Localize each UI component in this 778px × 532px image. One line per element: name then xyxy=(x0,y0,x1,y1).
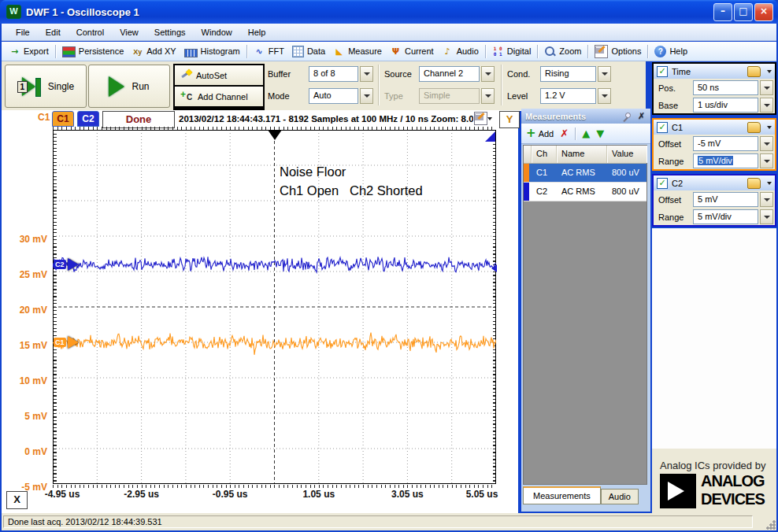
cond-select[interactable]: Rising xyxy=(540,66,611,82)
dropdown-arrow-icon[interactable] xyxy=(760,98,773,113)
status-text: Done last acq. 2013/02/12 18:44:39.531 xyxy=(3,515,753,528)
time-enable-checkbox[interactable]: ✓ xyxy=(657,66,668,77)
buffer-select[interactable]: 8 of 8 xyxy=(309,66,373,82)
menu-window[interactable]: Window xyxy=(194,24,240,41)
toolbar-data[interactable]: Data xyxy=(288,43,329,60)
c1-enable-checkbox[interactable]: ✓ xyxy=(657,122,668,133)
c2-range-select[interactable]: 5 mV/div xyxy=(693,209,773,224)
column-name[interactable]: Name xyxy=(557,146,607,163)
run-button[interactable]: Run xyxy=(88,65,170,108)
analog-devices-name: ANALOG DEVICES xyxy=(701,472,765,508)
title-bar: W DWF 1 - Oscilloscope 1 – □ × xyxy=(0,0,778,24)
chevron-down-icon[interactable] xyxy=(767,126,772,129)
channel-offset-marker-c1[interactable] xyxy=(68,336,79,349)
toolbar-add-xy[interactable]: Add XY xyxy=(128,43,180,60)
row-value: 800 uV xyxy=(607,164,646,182)
channel-marker-label-c2: C2 xyxy=(54,260,66,269)
dropdown-arrow-icon[interactable] xyxy=(598,88,611,104)
menu-file[interactable]: File xyxy=(8,24,38,41)
menu-view[interactable]: View xyxy=(112,24,146,41)
toolbar-label: Current xyxy=(405,46,434,56)
time-options-icon[interactable] xyxy=(747,66,761,77)
toolbar-export[interactable]: Export xyxy=(5,43,53,60)
toolbar-help[interactable]: Help xyxy=(650,43,691,60)
minimize-button[interactable]: – xyxy=(713,3,732,21)
single-button[interactable]: 1 Single xyxy=(5,65,87,108)
menu-help[interactable]: Help xyxy=(240,24,274,41)
add-channel-button[interactable]: Add Channel xyxy=(175,87,263,106)
c2-section-title: C2 xyxy=(672,179,683,188)
y-axis-button[interactable]: Y xyxy=(499,111,520,128)
column-value[interactable]: Value xyxy=(607,146,646,163)
menu-edit[interactable]: Edit xyxy=(38,24,69,41)
c1-range-select[interactable]: 5 mV/div xyxy=(693,153,773,168)
plot-options-icon[interactable] xyxy=(474,112,487,125)
tab-measurements[interactable]: Measurements xyxy=(523,486,601,504)
add-measurement-button[interactable]: + Add xyxy=(526,125,554,142)
c2-enable-checkbox[interactable]: ✓ xyxy=(657,178,668,189)
trigger-level-marker[interactable] xyxy=(485,131,495,142)
maximize-button[interactable]: □ xyxy=(734,3,753,21)
logo-line1: ANALOG xyxy=(701,472,765,490)
base-select[interactable]: 1 us/div xyxy=(693,98,773,113)
move-up-button[interactable]: ▲ xyxy=(582,127,590,139)
source-select[interactable]: Channel 2 xyxy=(419,66,495,82)
chevron-down-icon[interactable] xyxy=(767,70,772,73)
toolbar-options[interactable]: Options xyxy=(591,43,645,60)
y-axis-labels: 30 mV25 mV20 mV15 mV10 mV5 mV0 mV-5 mV-1… xyxy=(2,110,50,532)
channel-offset-marker-c2[interactable] xyxy=(68,258,79,271)
resize-grip[interactable] xyxy=(765,519,776,530)
toolbar-current[interactable]: Current xyxy=(386,43,438,60)
fft-icon xyxy=(254,46,265,57)
table-row[interactable]: C2 AC RMS 800 uV xyxy=(524,183,646,201)
c1-range-value[interactable]: 5 mV/div xyxy=(698,156,733,165)
c2-offset-select[interactable]: 5 mV xyxy=(693,192,773,207)
toolbar-measure[interactable]: Measure xyxy=(329,43,386,60)
pin-icon[interactable] xyxy=(623,112,632,120)
column-ch[interactable]: Ch xyxy=(532,146,557,163)
tab-channel1[interactable]: C1 xyxy=(52,111,74,127)
move-down-button[interactable]: ▼ xyxy=(596,127,604,139)
digital-icon xyxy=(492,46,504,57)
toolbar-digital[interactable]: Digital xyxy=(488,43,535,60)
dropdown-arrow-icon[interactable] xyxy=(760,209,773,224)
dropdown-arrow-icon[interactable] xyxy=(481,66,495,82)
dropdown-arrow-icon[interactable] xyxy=(760,153,773,168)
autoset-button[interactable]: AutoSet xyxy=(175,65,263,85)
toolbar-persistence[interactable]: Persistence xyxy=(58,43,128,60)
toolbar-histogram[interactable]: Histogram xyxy=(180,43,244,60)
chevron-down-icon[interactable] xyxy=(767,182,772,185)
panel-close-icon[interactable]: ✗ xyxy=(636,109,646,124)
mode-select[interactable]: Auto xyxy=(309,88,373,104)
dropdown-arrow-icon[interactable] xyxy=(760,192,773,207)
window-title: DWF 1 - Oscilloscope 1 xyxy=(26,6,139,18)
c1-offset-value: -5 mV xyxy=(693,136,758,151)
dropdown-arrow-icon[interactable] xyxy=(760,136,773,151)
status-bar: Done last acq. 2013/02/12 18:44:39.531 xyxy=(2,513,776,530)
c2-level-edge-marker[interactable] xyxy=(491,264,497,272)
c1-options-icon[interactable] xyxy=(747,122,761,133)
export-icon xyxy=(9,46,20,57)
level-select[interactable]: 1.2 V xyxy=(540,88,611,104)
dropdown-arrow-icon[interactable] xyxy=(360,88,373,104)
toolbar-fft[interactable]: FFT xyxy=(250,43,288,60)
dropdown-arrow-icon[interactable] xyxy=(598,66,611,82)
toolbar-label: Measure xyxy=(348,46,382,56)
tab-audio[interactable]: Audio xyxy=(601,489,639,504)
dropdown-arrow-icon[interactable] xyxy=(760,80,773,95)
trigger-position-marker[interactable] xyxy=(268,130,282,140)
chevron-down-icon[interactable] xyxy=(487,117,492,120)
toolbar-audio[interactable]: Audio xyxy=(438,43,483,60)
c1-offset-select[interactable]: -5 mV xyxy=(693,136,773,151)
close-button[interactable]: × xyxy=(754,3,773,21)
toolbar-zoom[interactable]: Zoom xyxy=(540,43,585,60)
table-row[interactable]: C1 AC RMS 800 uV xyxy=(524,164,646,183)
pos-select[interactable]: 50 ns xyxy=(693,80,773,95)
delete-measurement-button[interactable]: ✗ xyxy=(560,127,569,139)
menu-settings[interactable]: Settings xyxy=(146,24,194,41)
toolbar-separator xyxy=(537,45,538,58)
dropdown-arrow-icon[interactable] xyxy=(360,66,373,82)
tab-channel2[interactable]: C2 xyxy=(77,111,99,127)
c2-options-icon[interactable] xyxy=(747,178,761,189)
menu-control[interactable]: Control xyxy=(69,24,112,41)
